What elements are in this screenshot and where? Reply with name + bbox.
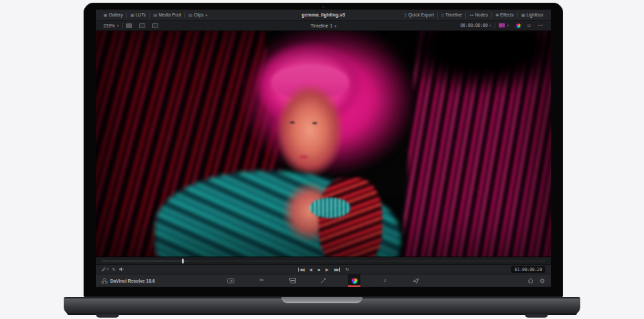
viewer-timecode-value: 00:00:00:00 (460, 23, 488, 28)
page-fusion-button[interactable] (317, 274, 330, 287)
quick-export-icon: ↥ (404, 13, 407, 17)
effects-label: Effects (500, 12, 514, 17)
top-toolbar: ▣ Gallery ▦ LUTs ▤ Media Pool (96, 10, 551, 21)
wipe-compare-button[interactable] (149, 21, 162, 30)
quick-export-label: Quick Export (408, 12, 434, 17)
luts-label: LUTs (136, 12, 146, 17)
timeline-button[interactable]: ≡ Timeline (438, 10, 465, 20)
gallery-button[interactable]: ▣ Gallery (100, 10, 126, 20)
home-button[interactable] (528, 278, 534, 283)
expand-icon: ⊡ (528, 23, 531, 27)
top-toolbar-right-group: ↥ Quick Export ≡ Timeline ⊶ Nodes (400, 10, 547, 20)
play-button[interactable]: ▶ (325, 268, 329, 272)
viewer-timecode-select[interactable]: 00:00:00:00 ▾ (457, 21, 495, 30)
split-screen-button[interactable] (136, 21, 149, 30)
settings-gear-icon (539, 278, 545, 284)
luts-button[interactable]: ▦ LUTs (127, 10, 149, 20)
scrubber-progress (101, 261, 188, 261)
color-wheel-icon (516, 23, 521, 28)
effects-icon: ✽ (495, 13, 499, 17)
timeline-icon: ≡ (441, 13, 444, 17)
gallery-label: Gallery (109, 12, 123, 17)
playhead-marker[interactable] (182, 259, 184, 263)
single-viewer-icon (126, 23, 132, 28)
effects-button[interactable]: ✽ Effects (492, 10, 517, 20)
overflow-menu-icon: ••• (538, 23, 543, 27)
edit-page-icon (289, 278, 296, 283)
chevron-down-icon: ▾ (334, 24, 336, 28)
nodes-icon: ⊶ (469, 13, 473, 17)
gallery-icon: ▣ (103, 13, 108, 17)
chevron-down-icon: ▾ (117, 23, 119, 27)
transport-timecode-group: 01:00:00:20 (511, 265, 545, 274)
laptop-foot-right (525, 314, 548, 318)
clips-label: Clips (194, 12, 203, 17)
skip-end-button[interactable]: ▶▶ (334, 268, 340, 272)
color-viewer-button[interactable] (512, 21, 524, 30)
clips-button[interactable]: ▥ Clips ▾ (185, 10, 211, 20)
nodes-label: Nodes (475, 12, 488, 17)
media-pool-label: Media Pool (158, 12, 181, 17)
gallery-still-button[interactable]: ▾ (495, 21, 512, 30)
media-pool-icon: ▤ (153, 13, 158, 17)
media-page-icon (227, 278, 234, 283)
cut-page-icon: ✂ (260, 278, 264, 283)
nodes-button[interactable]: ⊶ Nodes (466, 10, 491, 20)
fusion-page-icon (320, 278, 327, 284)
play-reverse-button[interactable]: ◀ (309, 268, 312, 272)
viewer-canvas[interactable] (96, 31, 551, 257)
laptop-foot-left (96, 314, 119, 318)
timeline-selector-value: Timeline 1 (310, 23, 332, 28)
app-status-bar: DaVinci Resolve 18.6 ✂ (96, 274, 551, 287)
laptop-base (64, 297, 580, 315)
status-bar-right-group (528, 274, 545, 287)
laptop-screen: ▣ Gallery ▦ LUTs ▤ Media Pool (84, 3, 563, 297)
viewer-zoom-value: 239% (103, 23, 115, 28)
lightbox-icon: ▦ (521, 13, 525, 17)
page-fairlight-button[interactable]: ♪ (379, 274, 391, 287)
viewer-zoom-select[interactable]: 239% ▾ (100, 21, 122, 30)
stop-button[interactable]: ■ (318, 268, 321, 272)
expand-viewer-button[interactable]: ⊡ (524, 21, 534, 30)
webcam-dot (323, 6, 325, 8)
davinci-resolve-window: ▣ Gallery ▦ LUTs ▤ Media Pool (96, 10, 551, 287)
marketing-backdrop: ▣ Gallery ▦ LUTs ▤ Media Pool (0, 0, 644, 319)
vignette-overlay (96, 31, 551, 257)
viewer-options-button[interactable]: ••• (534, 21, 547, 30)
fairlight-page-icon: ♪ (384, 278, 386, 283)
media-pool-button[interactable]: ▤ Media Pool (150, 10, 184, 20)
settings-button[interactable] (539, 278, 545, 284)
split-screen-icon (139, 23, 145, 28)
viewer-toolbar: 239% ▾ Timeline 1 ▾ 00:0 (96, 21, 551, 31)
color-page-icon (351, 278, 358, 284)
transport-bar: ▾ ↻ ◀◀ ◀ ■ ▶ ▶▶ ↻ (96, 264, 551, 274)
home-icon (528, 278, 534, 283)
viewer-toolbar-right-group: 00:00:00:00 ▾ ▾ ⊡ ••• (457, 21, 547, 30)
chevron-down-icon: ▾ (507, 23, 509, 27)
viewer-toolbar-left-group: 239% ▾ (100, 21, 162, 30)
lid-lift-notch (282, 297, 362, 303)
page-deliver-button[interactable] (410, 274, 422, 287)
deliver-page-icon (412, 278, 419, 284)
page-switcher: ✂ ♪ (96, 274, 551, 287)
top-toolbar-left-group: ▣ Gallery ▦ LUTs ▤ Media Pool (100, 10, 211, 20)
single-viewer-button[interactable] (123, 21, 136, 30)
chevron-down-icon: ▾ (206, 13, 208, 17)
quick-export-button[interactable]: ↥ Quick Export (400, 10, 437, 20)
chevron-down-icon: ▾ (490, 23, 492, 27)
loop-toggle-button[interactable]: ↻ (345, 268, 349, 272)
lightbox-button[interactable]: ▦ Lightbox (518, 10, 547, 20)
wipe-compare-icon (152, 23, 158, 28)
viewer-scrubber[interactable] (96, 257, 551, 264)
skip-start-button[interactable]: ◀◀ (298, 268, 304, 272)
playhead-timecode: 01:00:00:20 (511, 266, 545, 273)
transport-controls: ◀◀ ◀ ■ ▶ ▶▶ ↻ (96, 265, 551, 274)
timeline-label: Timeline (445, 12, 462, 17)
thumbnail-chip-icon (499, 23, 505, 27)
page-cut-button[interactable]: ✂ (256, 274, 268, 287)
page-color-button[interactable] (348, 274, 360, 287)
page-edit-button[interactable] (286, 274, 299, 287)
clips-icon: ▥ (188, 13, 193, 17)
luts-icon: ▦ (130, 13, 134, 17)
page-media-button[interactable] (225, 274, 237, 287)
